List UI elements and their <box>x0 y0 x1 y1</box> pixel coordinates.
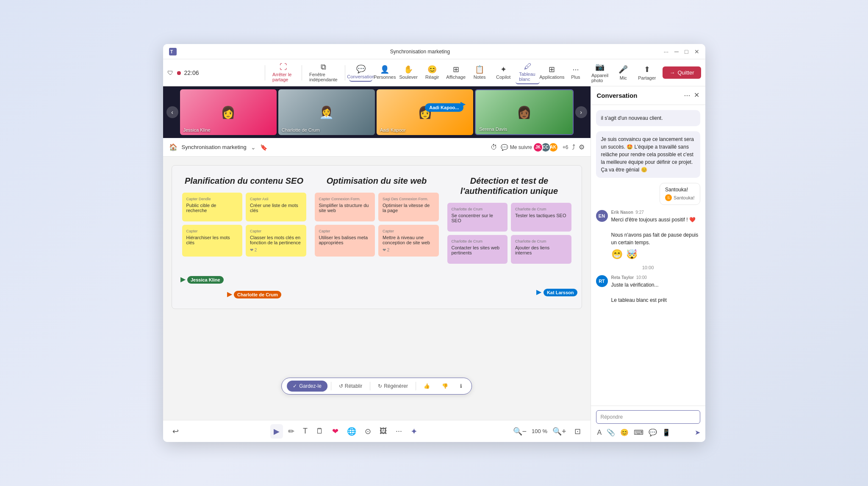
sticky-tool-button[interactable]: 🗒 <box>313 424 327 438</box>
whiteboard-area[interactable]: Planification du contenu SEO Capter Dend… <box>163 157 591 420</box>
toolbar-separator-3 <box>345 65 345 80</box>
regenerate-button[interactable]: ↻ Régénérer <box>374 381 412 392</box>
zoom-in-button[interactable]: 🔍+ <box>549 424 570 439</box>
whiteboard-icon: 🖊 <box>524 63 532 70</box>
msg-content-reta: Reta Taylor 10:00 Juste la vérification.… <box>611 275 700 304</box>
shape-tool-button[interactable]: ⊙ <box>361 424 374 439</box>
info-button[interactable]: ℹ <box>456 381 466 392</box>
independent-window-button[interactable]: ⧉ Fenêtre indépendante <box>306 61 341 84</box>
keep-button[interactable]: ✓ Gardez-le <box>287 381 327 392</box>
whiteboard-button[interactable]: 🖊 Tableau blanc <box>516 61 540 84</box>
quit-button[interactable]: → Quitter <box>663 66 701 79</box>
draw-tool-button[interactable]: ✏ <box>285 424 298 439</box>
select-tool-button[interactable]: ▶ <box>270 424 283 439</box>
thumbup-button[interactable]: 👍 <box>419 381 434 392</box>
sticker-icon[interactable]: ⌨ <box>632 427 645 438</box>
jessica-cursor: ▶ Jessica Kline <box>180 275 224 283</box>
wb-card-text: Simplifier la structure du site web <box>319 203 371 213</box>
wb-card-1-2[interactable]: Capter Axii Créer une liste de mots clés <box>246 193 306 221</box>
svg-text:T: T <box>170 50 173 54</box>
wb-card-2-2[interactable]: Sagi Des Connexion Form. Optimiser la vi… <box>378 193 439 221</box>
bookmark-icon[interactable]: 🔖 <box>260 144 267 151</box>
share-button[interactable]: ⬆ Partager <box>635 63 659 82</box>
bottom-toolbar-left: ↩ <box>169 424 182 439</box>
wb-card-text: Classer les mots clés en fonction de la … <box>250 235 302 245</box>
wb-card-header: Charlotte de Crum <box>515 239 567 243</box>
share-screen-icon[interactable]: ⤴ <box>572 144 575 151</box>
minimize-icon[interactable]: ─ <box>674 48 679 55</box>
conversation-button[interactable]: 💬 Conversation <box>349 64 372 82</box>
stop-share-button[interactable]: ⛶ Arrêter le partage <box>269 61 297 84</box>
wb-card-3-4[interactable]: Charlotte de Crum Ajouter des liens inte… <box>511 235 571 264</box>
wb-card-text: Public cible de recherche <box>186 203 238 213</box>
video-next-button[interactable]: › <box>575 106 587 118</box>
ai-sep-3 <box>416 382 416 390</box>
wb-card-3-2[interactable]: Charlotte de Crum Tester les tactiques S… <box>511 203 571 232</box>
more-tools-button[interactable]: ··· <box>392 424 405 438</box>
maximize-icon[interactable]: □ <box>685 48 688 55</box>
heart-tool-button[interactable]: ❤ <box>329 424 342 439</box>
text-tool-button[interactable]: T <box>300 424 311 438</box>
wb-card-2-3[interactable]: Capter Utiliser les balises meta appropr… <box>315 225 375 257</box>
ai-toolbar: ✓ Gardez-le ↺ Rétablir ↻ Régénérer 👍 <box>281 378 472 395</box>
bottom-toolbar-right: 🔍− 100 % 🔍+ ⊡ <box>510 424 585 439</box>
reply-input[interactable]: Répondre <box>596 410 700 424</box>
copilot-button[interactable]: ✦ Copilot <box>492 64 515 81</box>
wb-card-3-3[interactable]: Charlotte de Crum Contacter les sites we… <box>447 235 508 264</box>
more-msg-icon[interactable]: 📱 <box>661 427 672 438</box>
follow-icon: 💬 <box>501 144 508 151</box>
avatar-group: JK CC AK <box>535 142 558 152</box>
color-tool-button[interactable]: 🌐 <box>344 424 360 439</box>
wb-card-3-1[interactable]: Charlotte de Crum Se concentrer sur le S… <box>447 203 508 232</box>
copilot-icon: ✦ <box>500 66 507 73</box>
video-prev-button[interactable]: ‹ <box>166 106 178 118</box>
react-button[interactable]: 😊 Réagir <box>421 64 444 81</box>
format-icon[interactable]: A <box>596 428 603 438</box>
video-cards: 👩 Jessica Kline 👩‍💼 Charlotte de Crum 👩 … <box>180 89 574 135</box>
copilot-tool-button[interactable]: ✦ <box>407 424 421 439</box>
raise-button[interactable]: ✋ Soulever <box>397 64 420 81</box>
video-card-aadi[interactable]: 👩 Aadi Kapoor <box>377 89 473 135</box>
toolbar-separator-2 <box>302 65 302 80</box>
conv-more-icon[interactable]: ··· <box>684 91 690 100</box>
emoji-icon[interactable]: 😊 <box>619 427 630 438</box>
wb-card-2-1[interactable]: Capter Connexion Form. Simplifier la str… <box>315 193 375 221</box>
view-button[interactable]: ⊞ Affichage <box>444 64 467 81</box>
apps-button[interactable]: ⊞ Applications <box>541 64 563 81</box>
shield-icon: 🛡 <box>167 69 173 76</box>
undo-button[interactable]: ↩ <box>169 424 182 439</box>
meeting-title: Synchronisation marketing <box>182 144 247 150</box>
settings-icon[interactable]: ⚙ <box>579 143 585 151</box>
notes-button[interactable]: 📋 Notes <box>468 64 491 81</box>
wb-card-2-4[interactable]: Capter Mettre à niveau une conception de… <box>378 225 439 257</box>
wb-card-1-4[interactable]: Capter Classer les mots clés en fonction… <box>246 225 306 257</box>
plus-count: +6 <box>563 144 568 150</box>
conv-close-icon[interactable]: ✕ <box>694 91 699 100</box>
thumbdown-button[interactable]: 👎 <box>438 381 452 392</box>
follow-button[interactable]: 💬 Me suivre <box>501 144 532 151</box>
video-card-charlotte[interactable]: 👩‍💼 Charlotte de Crum <box>278 89 375 135</box>
image-tool-button[interactable]: 🖼 <box>376 424 391 438</box>
video-card-jessica[interactable]: 👩 Jessica Kline <box>180 89 277 135</box>
wb-column-2: Optimisation du site web Capter Connexio… <box>315 176 439 264</box>
people-label: Personnes <box>374 75 396 80</box>
wb-column-3: Détection et test de l'authentification … <box>447 176 571 264</box>
send-button[interactable]: ➤ <box>695 428 700 436</box>
video-card-serena[interactable]: 👩🏾 Serena Davis <box>475 89 573 135</box>
record-icon: ⏺ <box>176 69 182 76</box>
close-icon[interactable]: ✕ <box>694 48 699 55</box>
wb-card-1-3[interactable]: Capter Hiérarchiser les mots clés <box>182 225 243 257</box>
camera-button[interactable]: 📷 Appareil photo <box>588 61 612 85</box>
more-options-icon[interactable]: ··· <box>663 48 668 55</box>
zoom-out-button[interactable]: 🔍− <box>510 424 530 439</box>
reset-button[interactable]: ↺ Rétablir <box>335 381 366 392</box>
attach-icon[interactable]: 📎 <box>605 427 616 438</box>
people-button[interactable]: 👤 Personnes <box>373 64 396 81</box>
mic-button[interactable]: 🎤 Mic <box>615 63 631 82</box>
wb-card-1-1[interactable]: Capter Dendle Public cible de recherche <box>182 193 243 221</box>
meeting-dropdown-icon[interactable]: ⌄ <box>251 144 256 151</box>
apps-label: Applications <box>539 75 564 80</box>
fit-button[interactable]: ⊡ <box>571 424 584 439</box>
gif-icon[interactable]: 💬 <box>647 427 658 438</box>
more-button[interactable]: ··· Plus <box>564 64 587 81</box>
